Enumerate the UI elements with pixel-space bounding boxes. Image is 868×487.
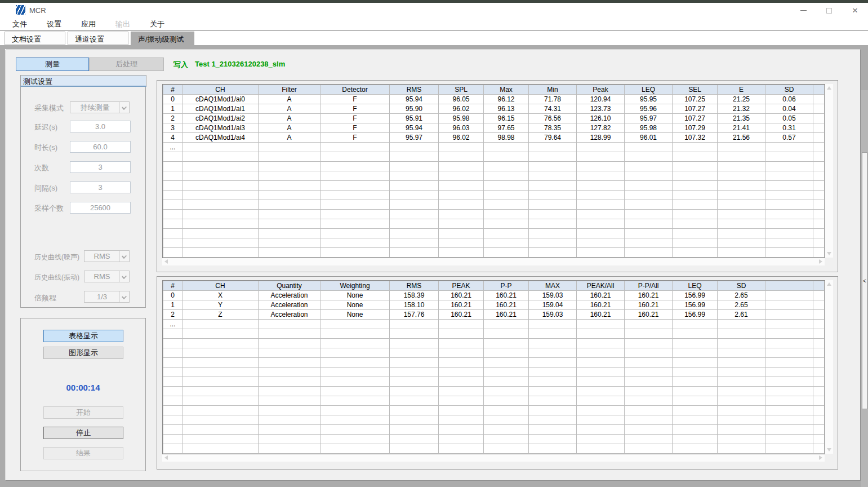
table-cell xyxy=(718,191,765,200)
table-cell xyxy=(813,300,825,310)
table-cell xyxy=(625,238,673,248)
scroll-up-icon xyxy=(827,86,831,90)
menu-file[interactable]: 文件 xyxy=(5,19,34,29)
tab-strip: 文档设置 通道设置 声/振动级测试 xyxy=(0,31,868,45)
stop-button[interactable]: 停止 xyxy=(43,427,123,439)
data-row[interactable]: 2cDAQ1Mod1/ai2AF95.9195.9896.1576.56126.… xyxy=(163,114,825,123)
interval-input[interactable] xyxy=(70,181,131,193)
post-process-button[interactable]: 后处理 xyxy=(89,57,164,71)
table-cell xyxy=(718,143,765,152)
empty-row xyxy=(163,248,825,258)
table-cell: 107.29 xyxy=(673,123,718,133)
table-cell xyxy=(529,387,577,396)
acquisition-mode-select[interactable]: 持续测量 xyxy=(70,101,130,113)
table-cell xyxy=(390,348,439,358)
table-cell xyxy=(259,152,321,162)
data-row[interactable]: 0cDAQ1Mod1/ai0AF95.9496.0596.1271.78120.… xyxy=(163,95,825,104)
table-cell xyxy=(259,339,321,348)
table-cell xyxy=(673,238,718,248)
table-cell xyxy=(182,358,259,368)
table-cell xyxy=(529,358,577,368)
vertical-scrollbar[interactable] xyxy=(825,84,833,258)
table-cell: 95.94 xyxy=(390,95,439,104)
sample-count-input[interactable] xyxy=(70,202,131,214)
table-cell xyxy=(182,368,259,377)
history-curve-noise-select[interactable]: RMS xyxy=(84,250,130,262)
table-cell: 159.03 xyxy=(529,291,577,300)
table-cell xyxy=(439,229,484,238)
tab-channel-settings[interactable]: 通道设置 xyxy=(68,32,128,45)
table-cell xyxy=(673,191,718,200)
table-cell: 21.25 xyxy=(718,95,765,104)
duration-input[interactable] xyxy=(70,141,131,153)
table-cell xyxy=(625,368,673,377)
scroll-up-icon xyxy=(827,282,831,286)
table-cell xyxy=(439,210,484,219)
table-cell xyxy=(718,171,765,181)
table-cell: 21.56 xyxy=(718,133,765,143)
table-cell xyxy=(813,406,825,415)
graph-display-button[interactable]: 图形显示 xyxy=(43,347,123,359)
table-cell xyxy=(182,329,259,339)
panel-splitter[interactable]: < xyxy=(862,152,867,409)
column-header: SD xyxy=(765,85,813,95)
table-display-button[interactable]: 表格显示 xyxy=(43,330,123,342)
measure-button[interactable]: 测量 xyxy=(16,57,89,71)
table-cell xyxy=(673,248,718,258)
table-cell: cDAQ1Mod1/ai1 xyxy=(182,104,259,114)
table-cell xyxy=(529,181,577,191)
table-cell xyxy=(577,435,625,444)
table-cell xyxy=(182,181,259,191)
octave-select[interactable]: 1/3 xyxy=(84,291,130,303)
close-button[interactable]: × xyxy=(842,3,868,18)
history-curve-vibration-select[interactable]: RMS xyxy=(84,271,130,282)
minimize-icon xyxy=(800,10,807,11)
table-cell xyxy=(259,329,321,339)
data-row[interactable]: 1YAccelerationNone158.10160.21160.21159.… xyxy=(163,300,825,310)
table-cell: 71.78 xyxy=(529,95,577,104)
table-cell xyxy=(182,152,259,162)
table-cell: 1 xyxy=(163,104,182,114)
vertical-scrollbar[interactable] xyxy=(825,280,833,454)
tab-document-settings[interactable]: 文档设置 xyxy=(5,32,65,45)
minimize-button[interactable] xyxy=(790,3,816,18)
table-cell xyxy=(259,396,321,406)
table-cell xyxy=(625,248,673,258)
table-cell: 96.13 xyxy=(484,104,529,114)
table-cell xyxy=(484,248,529,258)
table-cell: 156.99 xyxy=(673,291,718,300)
table-cell xyxy=(321,162,390,171)
maximize-button[interactable] xyxy=(816,3,842,18)
horizontal-scrollbar[interactable] xyxy=(162,258,825,265)
table-cell: 160.21 xyxy=(577,291,625,300)
menu-about[interactable]: 关于 xyxy=(143,19,172,29)
table-cell xyxy=(765,229,813,238)
table-cell xyxy=(321,210,390,219)
horizontal-scrollbar[interactable] xyxy=(162,454,825,462)
data-row[interactable]: 1cDAQ1Mod1/ai1AF95.9096.0296.1374.31123.… xyxy=(163,104,825,114)
table-cell xyxy=(321,191,390,200)
table-cell xyxy=(439,200,484,210)
table-cell xyxy=(673,152,718,162)
data-row[interactable]: 2ZAccelerationNone157.76160.21160.21159.… xyxy=(163,310,825,320)
history-curve-vibration-value: RMS xyxy=(84,272,119,281)
table-cell xyxy=(765,406,813,415)
tab-sound-vibration-test[interactable]: 声/振动级测试 xyxy=(131,32,194,46)
data-row[interactable]: 3cDAQ1Mod1/ai3AF95.9496.0397.6578.35127.… xyxy=(163,123,825,133)
count-input[interactable] xyxy=(70,161,131,173)
table-cell: A xyxy=(259,114,321,123)
table-cell xyxy=(673,377,718,387)
table-cell xyxy=(182,219,259,229)
menu-settings[interactable]: 设置 xyxy=(39,19,69,29)
table-cell xyxy=(182,396,259,406)
table-cell xyxy=(718,415,765,425)
table-cell xyxy=(163,348,182,358)
table-cell xyxy=(813,123,825,133)
table-cell: F xyxy=(321,95,390,104)
data-row[interactable]: 4cDAQ1Mod1/ai4AF95.9796.0298.9879.64128.… xyxy=(163,133,825,143)
delay-input[interactable] xyxy=(70,121,131,132)
empty-row xyxy=(163,406,825,415)
write-filename: Test 1_210326120238_slm xyxy=(195,60,285,68)
menu-application[interactable]: 应用 xyxy=(74,19,103,29)
data-row[interactable]: 0XAccelerationNone158.39160.21160.21159.… xyxy=(163,291,825,300)
